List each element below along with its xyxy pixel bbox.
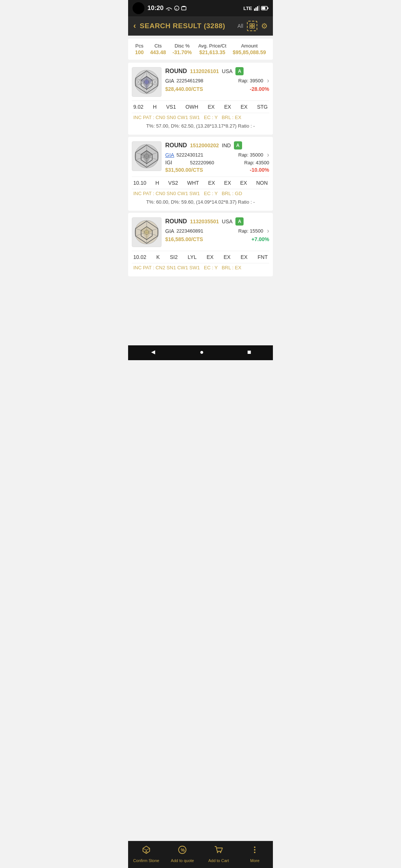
header: ‹ SEARCH RESULT (3288) All ⚙ [128,16,273,36]
signal-icons: ? p [166,6,186,11]
shape-2: ROUND [165,218,187,225]
clarity-2: SI2 [170,254,178,260]
card-info-2: ROUND 1132035501 USA A GIA 2223460891 Ra… [165,217,269,242]
right-status-icons: LTE [243,6,268,11]
back-button[interactable]: ‹ [133,21,136,31]
card-info-1: ROUND 1512000202 IND A GIA 5222430121 Ra… [165,141,269,173]
symmetry-1: EX [240,180,247,186]
svg-rect-8 [257,6,258,11]
add-to-cart-label: Add to Cart [208,858,229,863]
status-time: 10:20 [147,4,163,12]
back-system-button[interactable]: ◄ [150,348,156,356]
props-row-0: 9.02 H VS1 OWH EX EX EX STG [132,101,269,113]
summary-row: Pcs 100 Cts 443.48 Disc % -31.70% Avg. P… [128,39,273,60]
inc-row-1: INC PAT : CN0 SN0 CW1 SW1 EC : Y BRL : G… [132,189,269,198]
cert2-1: IGI [165,160,172,165]
location-0: STG [257,104,268,110]
home-system-button[interactable]: ● [200,348,204,356]
pcs-value: 100 [135,49,144,55]
diamond-image-0[interactable] [132,67,162,97]
diamond-image-2[interactable] [132,217,162,247]
cut-1: EX [208,180,215,186]
chevron-1[interactable]: › [267,151,269,159]
fluor-0: OWH [186,104,198,110]
clarity-0: VS1 [166,104,176,110]
more-button[interactable]: More [237,845,273,863]
fluor-2: LYL [188,254,197,260]
svg-rect-12 [262,7,265,10]
add-to-quote-icon: % [177,845,187,857]
more-label: More [250,858,260,863]
confirm-stone-icon [141,845,151,857]
svg-rect-7 [255,7,257,11]
svg-point-48 [217,852,218,853]
origin-2: USA [222,218,233,224]
polish-1: EX [224,180,231,186]
recents-system-button[interactable]: ■ [247,348,251,356]
location-2: FNT [258,254,268,260]
header-actions: All ⚙ [237,21,268,31]
chevron-0[interactable]: › [267,77,269,85]
disc-label: Disc % [172,43,192,49]
add-to-cart-button[interactable]: Add to Cart [200,845,237,863]
svg-point-50 [254,846,255,848]
amount-label: Amount [233,43,266,49]
all-label[interactable]: All [237,23,243,29]
rap1-1: Rap: 35000 [238,152,263,158]
rap2-1: Rap: 43500 [244,160,269,165]
summary-avg-price: Avg. Price/Ct $21,613.35 [198,43,226,55]
avatar [133,2,144,14]
svg-point-49 [220,852,221,853]
symmetry-2: EX [241,254,248,260]
disc-2: +7.00% [251,236,269,242]
price-0: $28,440.00/CTS [165,86,203,92]
rap-0: Rap: 39500 [238,78,263,83]
shape-1: ROUND [165,142,187,149]
confirm-stone-button[interactable]: Confirm Stone [128,845,164,863]
summary-amount: Amount $95,85,088.59 [233,43,266,55]
origin-1: IND [222,142,231,148]
pcs-label: Pcs [135,43,144,49]
inc-row-2: INC PAT : CN2 SN1 CW1 SW1 EC : Y BRL : E… [132,263,269,272]
svg-rect-16 [252,26,254,28]
props-row-1: 10.10 H VS2 WHT EX EX EX NON [132,177,269,189]
svg-text:p: p [176,7,177,10]
dim-row-1: T%: 60.00, D%: 59.60, (14.09*14.02*8.37)… [132,198,269,206]
stone-id-0: 1132026101 [190,68,219,74]
chevron-2[interactable]: › [267,227,269,235]
svg-text:%: % [181,848,185,853]
carat-2: 10.02 [133,254,146,260]
disc-value: -31.70% [172,49,192,55]
stone-id-1: 1512000202 [190,142,219,148]
color-0: H [153,104,157,110]
certnum1-1: 5222430121 [176,152,203,158]
svg-rect-14 [252,24,254,26]
polish-0: EX [224,104,231,110]
more-icon [250,845,260,857]
cut-2: EX [207,254,214,260]
svg-point-28 [144,80,149,84]
stone-id-2: 1132035501 [190,218,219,224]
grid-view-icon[interactable] [247,21,257,31]
diamond-card-0: ROUND 1132026101 USA A GIA 2225461298 Ra… [128,63,273,135]
disc-0: -28.00% [250,86,269,92]
fluor-1: WHT [187,180,199,186]
shape-0: ROUND [165,68,187,75]
filter-icon[interactable]: ⚙ [261,22,268,30]
amount-value: $95,85,088.59 [233,49,266,55]
svg-rect-9 [258,6,260,11]
badge-1: A [234,141,242,149]
avg-price-label: Avg. Price/Ct [198,43,226,49]
cert1-2: GIA [165,228,174,234]
dim-row-0: T%: 57.00, D%: 62.50, (13.28*13.17*8.27)… [132,122,269,130]
summary-pcs: Pcs 100 [135,43,144,55]
add-to-quote-button[interactable]: % Add to quote [164,845,201,863]
summary-cts: Cts 443.48 [150,43,166,55]
diamond-image-1[interactable] [132,141,162,171]
diamond-card-2: ROUND 1132035501 USA A GIA 2223460891 Ra… [128,213,273,276]
clarity-1: VS2 [168,180,178,186]
summary-disc: Disc % -31.70% [172,43,192,55]
status-bar: 10:20 ? p LTE [128,0,273,16]
confirm-stone-label: Confirm Stone [133,858,159,863]
cert1-1[interactable]: GIA [165,152,174,158]
